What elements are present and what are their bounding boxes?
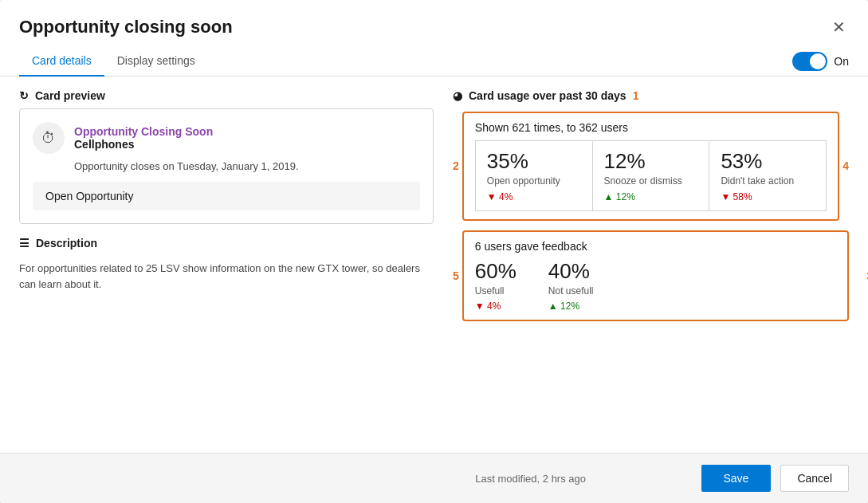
feedback-box: 6 users gave feedback 60% Usefull ▼ 4% 4… <box>462 230 849 322</box>
tab-card-details[interactable]: Card details <box>19 46 104 77</box>
description-section: ☰ Description For opportunities related … <box>19 237 434 292</box>
stat-cell-1: 12% Snooze or dismiss ▲ 12% <box>593 141 710 210</box>
upper-stats-area: 2 Shown 621 times, to 362 users 35% Open… <box>453 112 849 221</box>
stat-change-0: ▼ 4% <box>487 191 581 202</box>
feedback-stat-1: 40% Not usefull ▲ 12% <box>548 259 594 312</box>
annotation-1: 1 <box>633 90 639 101</box>
card-preview-box: ⏱ Opportunity Closing Soon Cellphones Op… <box>19 108 434 224</box>
shown-text: Shown 621 times, to 362 users <box>475 121 827 134</box>
feedback-stat-0: 60% Usefull ▼ 4% <box>475 259 516 312</box>
card-preview-icon: ↻ <box>19 89 29 102</box>
tabs-right: On <box>792 52 849 71</box>
annotation-5: 5 <box>453 270 459 281</box>
card-title: Opportunity Closing Soon <box>74 125 213 138</box>
footer-status: Last modified, 2 hrs ago <box>360 473 701 485</box>
tab-display-settings[interactable]: Display settings <box>104 46 208 77</box>
usage-header: ◕ Card usage over past 30 days 1 <box>453 89 849 102</box>
modal-header: Opportunity closing soon ✕ <box>0 0 868 40</box>
card-preview-title: ↻ Card preview <box>19 89 434 102</box>
card-preview-section: ↻ Card preview ⏱ Opportunity Closing Soo… <box>19 89 434 224</box>
description-text: For opportunities related to 25 LSV show… <box>19 261 434 292</box>
footer-buttons: Save Cancel <box>701 465 850 492</box>
stat-pct-1: 12% <box>604 149 698 174</box>
stat-label-2: Didn't take action <box>721 175 815 188</box>
card-desc: Opportunity closes on Tuesday, January 1… <box>33 160 420 172</box>
main-content: ↻ Card preview ⏱ Opportunity Closing Soo… <box>0 77 868 453</box>
stat-change-1: ▲ 12% <box>604 191 698 202</box>
feedback-label-1: Not usefull <box>548 285 594 298</box>
right-panel: ◕ Card usage over past 30 days 1 2 Shown… <box>453 89 849 453</box>
stat-cell-2: 53% Didn't take action ▼ 58% <box>709 141 826 210</box>
stat-label-1: Snooze or dismiss <box>604 175 698 188</box>
ann2-container: 2 <box>453 112 459 221</box>
modal-title: Opportunity closing soon <box>19 17 233 37</box>
left-panel: ↻ Card preview ⏱ Opportunity Closing Soo… <box>19 89 434 453</box>
cancel-button[interactable]: Cancel <box>780 465 849 492</box>
tabs-left: Card details Display settings <box>19 46 208 76</box>
stat-pct-2: 53% <box>721 149 815 174</box>
usage-icon: ◕ <box>453 89 462 102</box>
stat-change-2: ▼ 58% <box>721 191 815 202</box>
stat-pct-0: 35% <box>487 149 581 174</box>
stat-label-0: Open opportunity <box>487 175 581 188</box>
toggle-label: On <box>834 55 849 68</box>
description-title: ☰ Description <box>19 237 434 250</box>
card-preview-header: ⏱ Opportunity Closing Soon Cellphones <box>33 122 420 154</box>
feedback-change-1: ▲ 12% <box>548 301 594 312</box>
stats-row: 35% Open opportunity ▼ 4% 12% Snooze or … <box>475 140 827 211</box>
close-button[interactable]: ✕ <box>829 14 849 40</box>
feedback-title: 6 users gave feedback <box>475 240 836 253</box>
lower-stats-area: 5 6 users gave feedback 60% Usefull ▼ 4%… <box>453 230 849 322</box>
feedback-pct-1: 40% <box>548 259 594 284</box>
tabs-bar: Card details Display settings On <box>0 46 868 77</box>
footer: Last modified, 2 hrs ago Save Cancel <box>0 453 868 503</box>
feedback-pct-0: 60% <box>475 259 516 284</box>
card-icon: ⏱ <box>33 122 65 154</box>
stat-cell-0: 35% Open opportunity ▼ 4% <box>476 141 593 210</box>
toggle-switch[interactable] <box>792 52 827 71</box>
save-button[interactable]: Save <box>701 465 772 492</box>
usage-box: Shown 621 times, to 362 users 35% Open o… <box>462 112 839 221</box>
feedback-change-0: ▼ 4% <box>475 301 516 312</box>
feedback-stats: 60% Usefull ▼ 4% 40% Not usefull ▲ 12% <box>475 259 836 312</box>
toggle-knob <box>810 53 826 69</box>
card-subtitle: Cellphones <box>74 138 213 151</box>
modal: Opportunity closing soon ✕ Card details … <box>0 0 868 503</box>
ann5-container: 5 <box>453 230 459 322</box>
feedback-label-0: Usefull <box>475 285 516 298</box>
annotation-2: 2 <box>453 160 459 171</box>
annotation-4: 4 <box>842 160 849 171</box>
ann4-container: 4 <box>842 112 849 221</box>
card-action[interactable]: Open Opportunity <box>33 182 420 210</box>
card-title-block: Opportunity Closing Soon Cellphones <box>74 125 213 151</box>
description-icon: ☰ <box>19 237 29 250</box>
